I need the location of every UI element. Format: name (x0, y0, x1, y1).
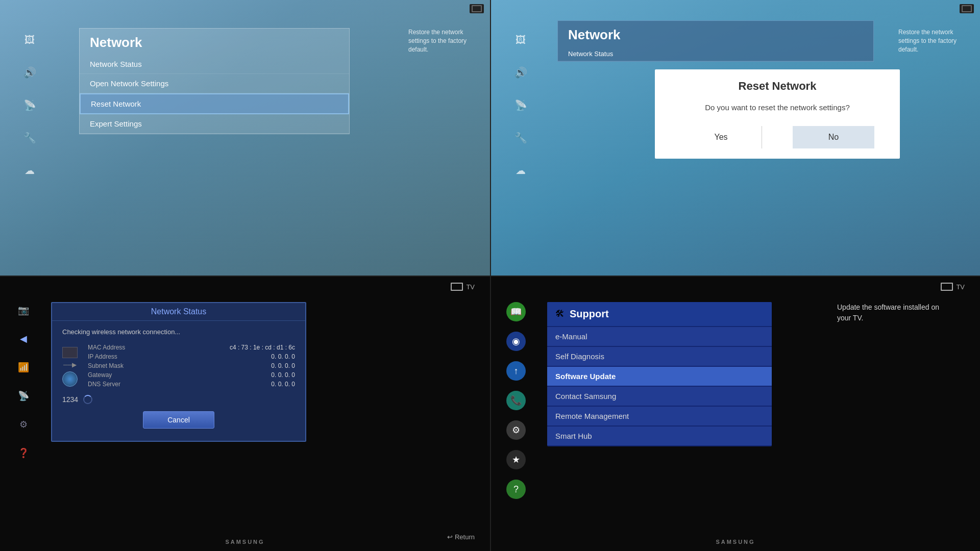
sidebar-icon-emanual-q4: 📖 (506, 302, 526, 321)
menu-reset-network-q1[interactable]: Reset Network (80, 93, 349, 114)
q2-reset-dialog: 🖼 🔊 📡 🔧 ☁ Network Network Status Reset N… (490, 0, 980, 276)
ns-val-subnet: 0. 0. 0. 0 (271, 362, 295, 369)
sidebar-icon-help-q3: ❓ (15, 445, 32, 461)
sidebar-icon-picture-q1: 🖼 (20, 31, 39, 49)
sidebar-icon-cam-q3: 📷 (15, 302, 32, 318)
sidebar-icon-cloud-q2: ☁ (511, 161, 530, 180)
sidebar-icon-sound-q2: 🔊 (511, 63, 530, 82)
q1-network-menu: 🖼 🔊 📡 🔧 ☁ Network Network Status Open Ne… (0, 0, 490, 276)
cancel-button[interactable]: Cancel (143, 411, 214, 429)
sidebar-icon-network-q1: 📡 (20, 96, 39, 114)
sidebar-icon-help-q4: ? (506, 480, 526, 499)
ns-val-mac: c4 : 73 : 1e : cd : d1 : 6c (230, 344, 295, 351)
sidebar-q3: 📷 ◀ 📶 📡 ⚙ ❓ (15, 302, 32, 461)
sidebar-q2: 🖼 🔊 📡 🔧 ☁ (511, 31, 530, 180)
sidebar-icon-contact-q4: 📞 (506, 391, 526, 410)
tv-label-text-q4: TV (956, 283, 965, 291)
network-panel-q1: Network Network Status Open Network Sett… (79, 28, 350, 134)
ns-label-dns: DNS Server (88, 381, 120, 388)
network-status-label-q2: Network Status (558, 47, 873, 61)
ns-globe (62, 371, 78, 387)
tv-label-q4: TV (941, 283, 965, 291)
sidebar-icon-tools-q2: 🔧 (511, 129, 530, 147)
ns-row-dns: DNS Server 0. 0. 0. 0 (88, 381, 295, 388)
support-title-text: Support (570, 308, 609, 320)
menu-remote-management-q4[interactable]: Remote Management (547, 407, 772, 425)
sidebar-q1: 🖼 🔊 📡 🔧 ☁ (20, 31, 39, 180)
ns-diagram: ──▶ (62, 344, 78, 387)
sidebar-icon-remote-q4: ⚙ (506, 420, 526, 440)
yes-button[interactable]: Yes (680, 126, 762, 148)
network-title-q2: Network (558, 21, 873, 47)
return-arrow: ↩ (447, 533, 453, 541)
support-info-q4: Update the software installed on your TV… (837, 302, 939, 323)
tv-frame-icon-q2 (960, 4, 974, 13)
support-panel: 🛠 Support e-Manual Self Diagnosis Softwa… (547, 302, 772, 446)
tv-frame-icon-q1 (470, 4, 484, 13)
sidebar-q4: 📖 ◉ ↑ 📞 ⚙ ★ ? (506, 302, 526, 499)
network-info-q1: Restore the network settings to the fact… (408, 28, 480, 54)
ns-info-rows: MAC Address c4 : 73 : 1e : cd : d1 : 6c … (88, 344, 295, 390)
ns-label-ip: IP Address (88, 353, 117, 360)
ns-row-gateway: Gateway 0. 0. 0. 0 (88, 371, 295, 379)
ns-title: Network Status (52, 303, 305, 321)
sidebar-icon-signal-q3: 📡 (15, 388, 32, 404)
menu-software-update-q4[interactable]: Software Update (547, 367, 772, 386)
menu-expert-settings-q1[interactable]: Expert Settings (80, 114, 349, 134)
ns-val-gateway: 0. 0. 0. 0 (271, 371, 295, 379)
reset-dialog-title: Reset Network (665, 80, 890, 93)
ns-table: ──▶ MAC Address c4 : 73 : 1e : cd : d1 :… (62, 344, 295, 390)
network-panel-q2: Network Network Status Reset Network Do … (557, 20, 874, 62)
ns-device-box (62, 347, 78, 358)
menu-contact-samsung-q4[interactable]: Contact Samsung (547, 387, 772, 406)
ns-label-subnet: Subnet Mask (88, 362, 124, 369)
ns-spinner (83, 395, 92, 404)
tv-label-q3: TV (451, 283, 475, 291)
sidebar-icon-settings-q3: ⚙ (15, 416, 32, 433)
ns-return: ↩ Return (447, 533, 475, 541)
samsung-logo-q4: SAMSUNG (716, 539, 755, 545)
main-grid: 🖼 🔊 📡 🔧 ☁ Network Network Status Open Ne… (0, 0, 980, 551)
reset-dialog-buttons: Yes No (665, 126, 890, 148)
sidebar-icon-picture-q2: 🖼 (511, 31, 530, 49)
sidebar-icon-sound-q1: 🔊 (20, 63, 39, 82)
ns-checking-msg: Checking wireless network connection... (62, 328, 295, 336)
menu-network-status-q1[interactable]: Network Status (80, 55, 349, 74)
q4-support-menu: TV 📖 ◉ ↑ 📞 ⚙ ★ ? 🛠 Support e-Manual Self… (490, 276, 980, 551)
sidebar-icon-update-q4: ↑ (506, 361, 526, 381)
ns-label-mac: MAC Address (88, 344, 125, 351)
sidebar-icon-back-q3: ◀ (15, 331, 32, 347)
ns-val-dns: 0. 0. 0. 0 (271, 381, 295, 388)
support-title-icon: 🛠 (555, 309, 565, 319)
network-info-q2: Restore the network settings to the fact… (898, 28, 970, 54)
no-button[interactable]: No (793, 126, 874, 148)
ns-body: Checking wireless network connection... … (52, 321, 305, 441)
ns-arrow: ──▶ (63, 361, 77, 368)
menu-open-network-q1[interactable]: Open Network Settings (80, 74, 349, 93)
sidebar-icon-smarthub-q4: ★ (506, 450, 526, 469)
sidebar-icon-cloud-q1: ☁ (20, 161, 39, 180)
return-label: Return (455, 533, 475, 541)
ns-val-ip: 0. 0. 0. 0 (271, 353, 295, 360)
menu-smart-hub-q4[interactable]: Smart Hub (547, 427, 772, 445)
menu-self-diagnosis-q4[interactable]: Self Diagnosis (547, 347, 772, 366)
ns-pin: 1234 (62, 395, 78, 404)
support-title-row: 🛠 Support (547, 302, 772, 326)
sidebar-icon-network-q2: 📡 (511, 96, 530, 114)
network-status-panel: Network Status Checking wireless network… (51, 302, 306, 442)
ns-row-mac: MAC Address c4 : 73 : 1e : cd : d1 : 6c (88, 344, 295, 351)
tv-label-text-q3: TV (466, 283, 475, 291)
q3-network-status: TV 📷 ◀ 📶 📡 ⚙ ❓ Network Status Checking w… (0, 276, 490, 551)
sidebar-icon-diagnosis-q4: ◉ (506, 332, 526, 351)
tv-icon-q4 (941, 283, 953, 291)
ns-row-subnet: Subnet Mask 0. 0. 0. 0 (88, 362, 295, 369)
sidebar-icon-wifi-q3: 📶 (15, 359, 32, 375)
ns-row-ip: IP Address 0. 0. 0. 0 (88, 353, 295, 360)
menu-emanual-q4[interactable]: e-Manual (547, 327, 772, 346)
network-title-q1: Network (80, 29, 349, 55)
sidebar-icon-tools-q1: 🔧 (20, 129, 39, 147)
reset-dialog-message: Do you want to reset the network setting… (665, 103, 890, 112)
tv-icon-q3 (451, 283, 463, 291)
reset-network-dialog: Reset Network Do you want to reset the n… (655, 69, 900, 159)
samsung-logo-q3: SAMSUNG (225, 539, 264, 545)
